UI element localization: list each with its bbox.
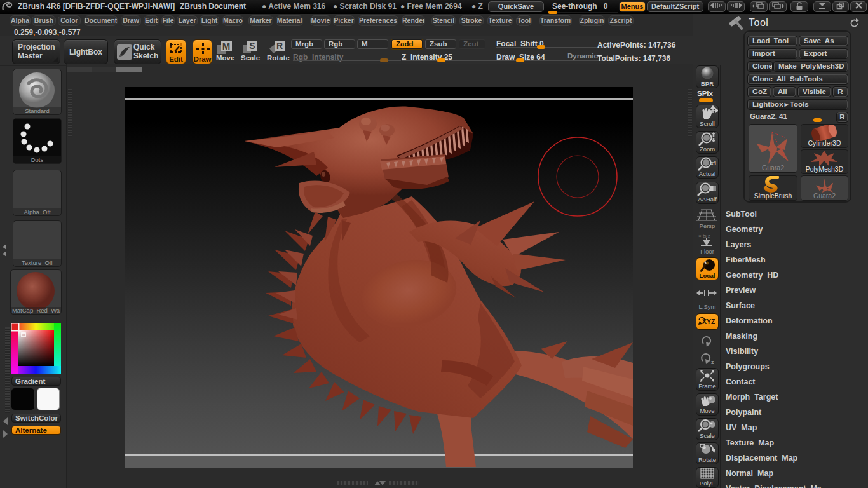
svg-text:R: R <box>276 41 283 51</box>
svg-text:z: z <box>711 359 714 365</box>
svg-text:XYZ: XYZ <box>702 318 715 325</box>
svg-text:M: M <box>222 41 231 51</box>
svg-text:× ʦ z: × ʦ z <box>698 233 710 239</box>
svg-text:x1: x1 <box>710 160 717 166</box>
svg-text:S: S <box>249 41 255 51</box>
